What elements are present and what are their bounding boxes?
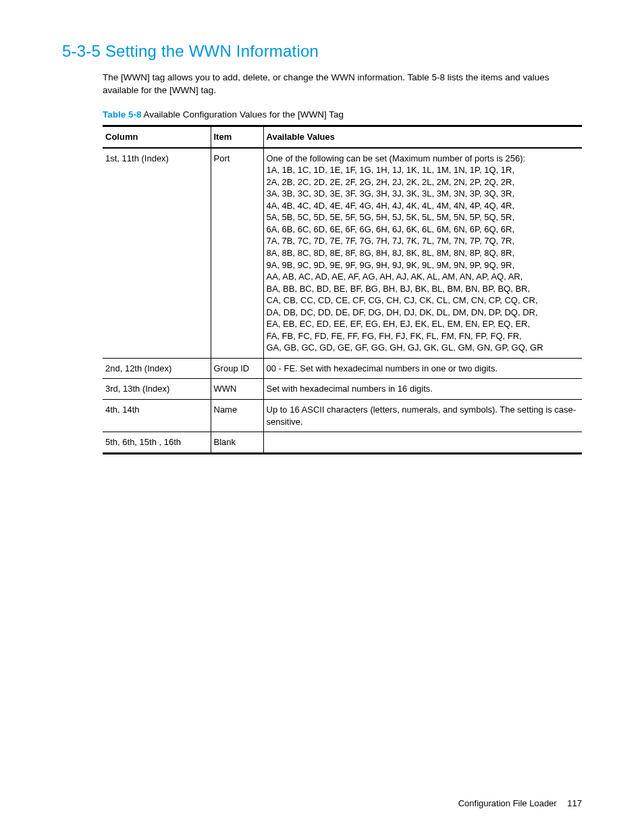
footer-page-number: 117 bbox=[567, 798, 582, 808]
col-header-column: Column bbox=[103, 126, 211, 148]
cell-item: Name bbox=[211, 399, 263, 432]
intro-paragraph: The [WWN] tag allows you to add, delete,… bbox=[103, 72, 582, 96]
col-header-item: Item bbox=[211, 126, 263, 148]
cell-values: Set with hexadecimal numbers in 16 digit… bbox=[263, 379, 582, 400]
cell-values: One of the following can be set (Maximum… bbox=[263, 148, 582, 359]
cell-column: 2nd, 12th (Index) bbox=[103, 358, 211, 379]
table-header-row: Column Item Available Values bbox=[103, 126, 582, 148]
cell-column: 4th, 14th bbox=[103, 399, 211, 432]
col-header-values: Available Values bbox=[263, 126, 582, 148]
table-caption-label: Table 5-8 bbox=[103, 109, 142, 120]
cell-item: Blank bbox=[211, 432, 263, 454]
cell-values: 00 - FE. Set with hexadecimal numbers in… bbox=[263, 358, 582, 379]
page-footer: Configuration File Loader 117 bbox=[458, 798, 582, 810]
cell-item: Group ID bbox=[211, 358, 263, 379]
footer-title: Configuration File Loader bbox=[458, 798, 557, 808]
table-row: 1st, 11th (Index) Port One of the follow… bbox=[103, 148, 582, 359]
table-caption: Table 5-8 Available Configuration Values… bbox=[103, 109, 582, 121]
table-row: 4th, 14th Name Up to 16 ASCII characters… bbox=[103, 399, 582, 432]
cell-column: 3rd, 13th (Index) bbox=[103, 379, 211, 400]
section-heading: 5-3-5 Setting the WWN Information bbox=[62, 41, 582, 62]
cell-column: 1st, 11th (Index) bbox=[103, 148, 211, 359]
table-caption-title: Available Configuration Values for the [… bbox=[142, 109, 344, 120]
table-row: 3rd, 13th (Index) WWN Set with hexadecim… bbox=[103, 379, 582, 400]
table-row: 5th, 6th, 15th , 16th Blank bbox=[103, 432, 582, 454]
cell-item: Port bbox=[211, 148, 263, 359]
cell-column: 5th, 6th, 15th , 16th bbox=[103, 432, 211, 454]
cell-item: WWN bbox=[211, 379, 263, 400]
cell-values: Up to 16 ASCII characters (letters, nume… bbox=[263, 399, 582, 432]
config-values-table: Column Item Available Values 1st, 11th (… bbox=[103, 125, 582, 454]
table-row: 2nd, 12th (Index) Group ID 00 - FE. Set … bbox=[103, 358, 582, 379]
cell-values bbox=[263, 432, 582, 454]
